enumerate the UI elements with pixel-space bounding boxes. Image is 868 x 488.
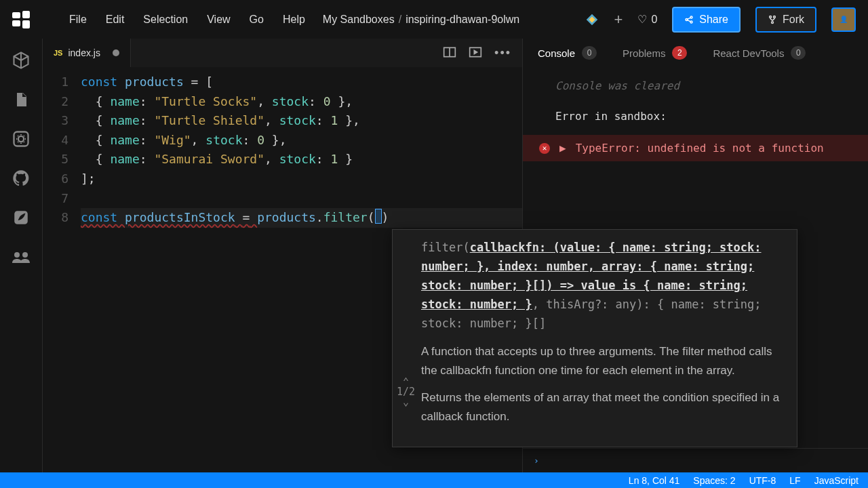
- svg-point-7: [772, 21, 774, 23]
- svg-rect-8: [14, 132, 28, 146]
- share-icon: [684, 15, 694, 24]
- app-logo[interactable]: [12, 11, 30, 28]
- svg-point-5: [770, 16, 772, 18]
- tab-index-js[interactable]: JS index.js: [43, 39, 131, 67]
- breadcrumb[interactable]: My Sandboxes/inspiring-dhawan-9olwn: [323, 14, 519, 26]
- settings-icon[interactable]: [12, 129, 31, 148]
- menu-file[interactable]: File: [69, 14, 87, 26]
- activity-bar: [0, 39, 42, 472]
- console-cleared-message: Console was cleared: [523, 77, 868, 95]
- file-icon[interactable]: [12, 90, 31, 109]
- tab-bar: JS index.js •••: [43, 39, 522, 67]
- avatar[interactable]: 👤: [831, 7, 856, 32]
- js-icon: JS: [54, 49, 62, 57]
- signature-counter[interactable]: ⌃ 1/2 ⌄: [397, 377, 415, 407]
- live-icon[interactable]: [12, 247, 31, 266]
- fork-button[interactable]: Fork: [755, 7, 816, 33]
- chevron-down-icon[interactable]: ⌄: [397, 397, 415, 407]
- error-icon: ✕: [539, 143, 550, 154]
- more-icon[interactable]: •••: [494, 46, 511, 60]
- menu-help[interactable]: Help: [283, 14, 305, 26]
- svg-point-9: [18, 136, 24, 142]
- dirty-indicator-icon: [113, 49, 119, 56]
- heart-icon: ♡: [637, 13, 647, 26]
- tab-filename: index.js: [68, 47, 100, 58]
- svg-point-12: [22, 252, 28, 258]
- likes-counter[interactable]: ♡ 0: [637, 13, 657, 26]
- sandbox-icon[interactable]: [12, 51, 31, 70]
- menu-selection[interactable]: Selection: [143, 14, 188, 26]
- console-error-line[interactable]: ✕ ▶ TypeError: undefined is not a functi…: [523, 135, 868, 161]
- code-editor[interactable]: 12345678 const products = [ { name: "Tur…: [43, 67, 522, 233]
- signature-description: A function that accepts up to three argu…: [421, 342, 786, 426]
- console-error-header: Error in sandbox:: [523, 107, 868, 125]
- console-input[interactable]: ›: [523, 448, 868, 472]
- signature-text: filter(callbackfn: (value: { name: strin…: [421, 238, 786, 333]
- cursor: [375, 209, 382, 224]
- signature-help-popup: filter(callbackfn: (value: { name: strin…: [392, 229, 797, 447]
- status-bar: Ln 8, Col 41 Spaces: 2 UTF-8 LF JavaScri…: [0, 472, 868, 488]
- menu-go[interactable]: Go: [250, 14, 264, 26]
- svg-marker-16: [474, 50, 477, 54]
- tab-console[interactable]: Console0: [538, 46, 597, 60]
- github-icon[interactable]: [12, 169, 31, 188]
- line-gutter: 12345678: [43, 73, 81, 228]
- fork-icon: [768, 15, 777, 24]
- svg-point-11: [14, 252, 20, 258]
- menu-bar: File Edit Selection View Go Help: [69, 14, 305, 26]
- deploy-icon[interactable]: [585, 12, 599, 27]
- add-icon[interactable]: +: [614, 11, 623, 28]
- menu-view[interactable]: View: [207, 14, 230, 26]
- panel-tabs: Console0 Problems2 React DevTools0: [523, 39, 868, 67]
- status-eol[interactable]: LF: [789, 475, 800, 486]
- share-button[interactable]: Share: [672, 7, 741, 33]
- svg-point-6: [773, 16, 775, 18]
- tab-problems[interactable]: Problems2: [623, 46, 687, 60]
- tab-react-devtools[interactable]: React DevTools0: [713, 46, 806, 60]
- status-language[interactable]: JavaScript: [814, 475, 859, 486]
- console-error-message: TypeError: undefined is not a function: [576, 142, 824, 155]
- preview-icon[interactable]: [469, 46, 482, 60]
- layout-icon[interactable]: [443, 46, 456, 60]
- deploy-sidebar-icon[interactable]: [12, 208, 31, 227]
- expand-icon: ▶: [559, 142, 566, 155]
- topbar: File Edit Selection View Go Help My Sand…: [0, 0, 868, 39]
- status-encoding[interactable]: UTF-8: [749, 475, 776, 486]
- menu-edit[interactable]: Edit: [106, 14, 125, 26]
- status-cursor-pos[interactable]: Ln 8, Col 41: [629, 475, 680, 486]
- code-text[interactable]: const products = [ { name: "Turtle Socks…: [81, 73, 522, 228]
- status-spaces[interactable]: Spaces: 2: [693, 475, 735, 486]
